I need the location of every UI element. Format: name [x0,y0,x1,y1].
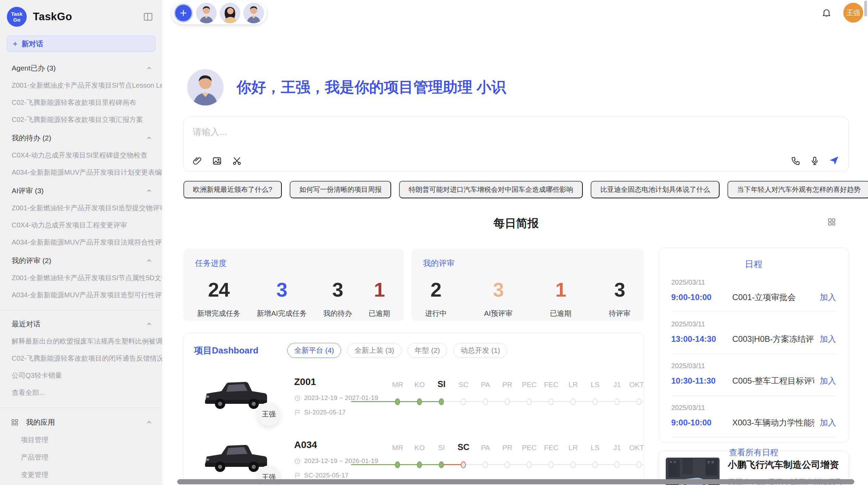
flag-icon [294,472,301,479]
join-link[interactable]: 加入 [820,334,836,345]
stat-in-progress: 2 进行中 [425,278,447,318]
section-my-review[interactable]: 我的评审 (2) [0,256,162,265]
project-dates: 2023-12-19 ~ 2027-01-19 [304,394,378,402]
suggestion-chip[interactable]: 如何写一份清晰的项目周报 [290,181,391,198]
milestone-label: PR [502,381,512,389]
attachment-icon[interactable] [192,156,202,166]
sidebar-item-project-mgmt[interactable]: 项目管理 [0,435,162,445]
list-item[interactable]: Z001-全新燃油轻卡产品开发项目SI节点属性5D文件评审 [0,273,162,283]
stat-label: 已逾期 [369,309,390,318]
image-upload-icon[interactable] [212,156,222,166]
avatar[interactable] [243,3,264,23]
phone-icon[interactable] [791,156,801,166]
list-item[interactable]: A034-全新新能源MUV产品开发项目造型可行性评审 [0,290,162,300]
list-item[interactable]: C02-飞腾新能源轻客改款项目立项汇报方案 [0,115,162,124]
project-dashboard-card: 项目Dashboard 全新平台 (4) 全新上装 (3) 年型 (2) 动总开… [183,333,644,485]
milestone-label: LR [569,381,578,389]
milestone-label: LR [569,444,578,452]
view-all-chats[interactable]: 查看全部... [0,388,162,397]
chevron-up-icon[interactable] [146,65,153,72]
app-logo: Task Go [7,7,27,27]
filter-tab[interactable]: 全新平台 (4) [287,343,341,358]
list-item[interactable]: C0X4-动力总成开发项目SI里程碑提交物检查 [0,151,162,160]
section-recent-chats[interactable]: 最近对话 [0,319,162,329]
chevron-up-icon[interactable] [146,187,153,194]
milestone-label: OKTB [629,381,644,389]
suggestion-chip[interactable]: 当下年轻人对汽车外观有怎样的喜好趋势 [727,181,868,198]
horizontal-scrollbar[interactable] [177,479,854,484]
chevron-up-icon[interactable] [146,321,153,327]
new-conversation-button[interactable]: + 新对话 [7,36,155,52]
milestone-label: KO [414,444,425,452]
project-code: Z001 [294,376,386,387]
avatar[interactable] [196,3,217,23]
list-item[interactable]: 解释最新出台的欧盟报废车法规再生塑料比例被调至15%... [0,337,162,346]
list-item[interactable]: C02-飞腾新能源轻客改款项目里程碑画布 [0,98,162,107]
message-input[interactable] [193,123,673,140]
section-title: Agent已办 (3) [12,63,56,73]
assistant-avatar [187,69,224,105]
stat-ai-prereview: 3 AI预评审 [484,278,513,318]
list-item[interactable]: Z001-全新燃油皮卡产品开发项目SI节点Lesson Learn报告 [0,81,162,90]
milestone-label-current: SC [458,442,470,452]
filter-tab[interactable]: 年型 (2) [408,343,447,358]
grid-icon [11,419,19,426]
join-link[interactable]: 加入 [820,417,836,428]
microphone-icon[interactable] [810,156,820,166]
plus-icon: + [13,39,17,49]
milestone-label: PEC [522,444,537,452]
filter-tab[interactable]: 全新上装 (3) [347,343,401,358]
list-item[interactable]: C02-飞腾新能源轻客改款项目的闭环通告反馈情况 [0,354,162,363]
suggestion-chip[interactable]: 特朗普可能对进口汽车增税会对中国车企造成哪些影响 [399,181,583,198]
schedule-event: 2025/03/11 9:00-10:00 X003-车辆动力学性能验... 加… [671,396,836,437]
list-item[interactable]: C0X4-动力总成开发项目工程变更评审 [0,221,162,230]
stat-value: 3 [323,278,352,301]
send-icon[interactable] [829,155,840,166]
stat-label: 已逾期 [550,309,571,318]
add-assistant-button[interactable] [174,3,193,23]
join-link[interactable]: 加入 [820,292,836,303]
suggestion-chip[interactable]: 欧洲新规最近颁布了什么? [183,181,282,198]
project-row[interactable]: 王强 A034 2023-12-19 ~ 2026-01-19 SC-2025-… [194,439,634,484]
section-ai-review[interactable]: AI评审 (3) [0,186,162,196]
join-link[interactable]: 加入 [820,375,836,386]
sidebar-item-change-mgmt[interactable]: 变更管理 [0,470,162,480]
filter-tab[interactable]: 动总开发 (1) [453,343,507,358]
event-time: 10:30-11:30 [671,376,732,386]
user-avatar[interactable]: 王强 [843,3,863,23]
milestone-label: LS [591,381,600,389]
schedule-event: 2025/03/11 10:30-11:30 C005-整车工程目标评审 加入 [671,354,836,396]
flag-icon [294,409,301,416]
avatar[interactable] [220,3,240,23]
section-my-todo[interactable]: 我的待办 (2) [0,133,162,143]
list-item[interactable]: A034-全新新能源MUV产品开发项目计划变更表编写 [0,168,162,177]
sidebar-collapse-icon[interactable] [143,12,153,22]
milestone-label: PA [481,381,490,389]
project-row[interactable]: 王强 Z001 2023-12-19 ~ 2027-01-19 SI-2025-… [194,376,634,421]
notification-bell-icon[interactable] [821,8,832,18]
chevron-up-icon[interactable] [146,419,153,426]
app-title: TaskGo [33,11,72,23]
vertical-scrollbar[interactable] [864,1,867,16]
list-item[interactable]: Z001-全新燃油轻卡产品开发项目SI造型提交物评审 [0,203,162,213]
list-item[interactable]: A034-全新新能源MUV产品开发项目法规符合性评审 [0,238,162,247]
suggestion-chip[interactable]: 比亚迪全固态电池计划具体说了什么 [591,181,720,198]
list-item[interactable]: 公司Q3轻卡销量 [0,371,162,380]
chevron-up-icon[interactable] [146,135,153,141]
stat-pending-review: 3 待评审 [609,278,630,318]
layout-grid-icon[interactable] [827,217,836,227]
logo-line1: Task [11,11,22,17]
stat-value: 1 [369,278,390,301]
event-name: X003-车辆动力学性能验... [732,417,814,428]
stat-overdue: 1 已逾期 [550,278,571,318]
sidebar-item-my-apps[interactable]: 我的应用 [0,418,162,427]
sidebar: Task Go TaskGo + 新对话 Agent已办 (3) Z001-全新… [0,0,162,485]
chevron-up-icon[interactable] [146,257,153,264]
sidebar-item-product-mgmt[interactable]: 产品管理 [0,453,162,462]
section-title: 我的评审 (2) [12,256,51,265]
project-flag: SI-2025-05-17 [304,409,346,416]
section-agent-done[interactable]: Agent已办 (3) [0,63,162,73]
project-code: A034 [294,439,386,450]
scissors-icon[interactable] [232,156,242,166]
milestone-label-current: SI [437,379,446,389]
